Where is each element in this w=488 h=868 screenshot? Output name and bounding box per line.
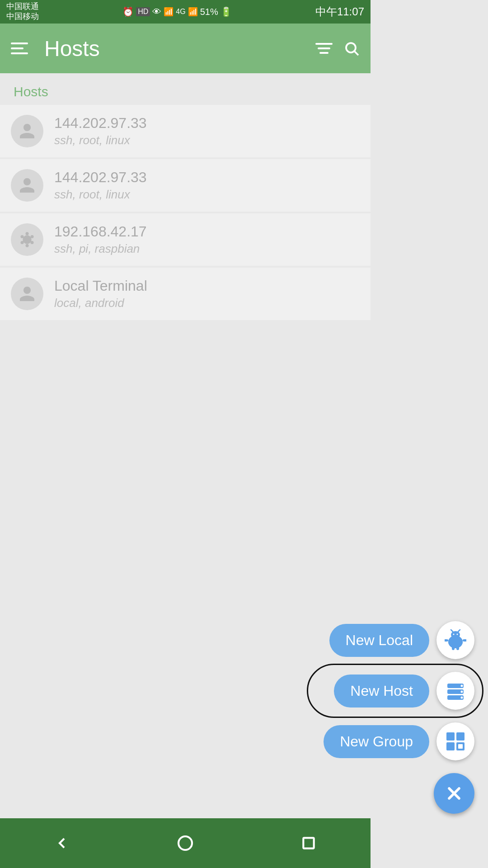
host-name: 144.202.97.33	[54, 115, 147, 132]
list-item[interactable]: Local Terminal local, android	[0, 268, 371, 320]
new-host-button[interactable]: New Host	[334, 675, 371, 708]
list-item[interactable]: 144.202.97.33 ssh, root, linux	[0, 105, 371, 157]
home-button[interactable]	[167, 830, 203, 857]
host-subtitle: local, android	[54, 296, 147, 310]
section-hosts-label: Hosts	[0, 73, 371, 105]
eye-icon: 👁	[152, 7, 161, 17]
page-title: Hosts	[44, 36, 305, 61]
new-local-button[interactable]: New Local	[329, 624, 371, 657]
svg-point-3	[25, 232, 28, 235]
signal2-icon: 📶	[188, 7, 198, 17]
host-subtitle: ssh, root, linux	[54, 133, 147, 147]
alarm-icon: ⏰	[122, 6, 134, 17]
back-button[interactable]	[44, 830, 80, 857]
svg-point-33	[178, 836, 192, 850]
fab-area: New Local	[324, 621, 371, 814]
avatar	[11, 169, 43, 202]
host-name: Local Terminal	[54, 278, 147, 294]
host-subtitle: ssh, root, linux	[54, 188, 147, 202]
svg-point-2	[23, 235, 31, 244]
status-icons: ⏰ HD 👁 📶 4G 📶 51% 🔋	[122, 6, 231, 17]
avatar	[11, 278, 43, 310]
new-host-row: New Host	[334, 672, 371, 710]
host-list: 144.202.97.33 ssh, root, linux 144.202.9…	[0, 105, 371, 320]
svg-line-1	[355, 52, 358, 55]
avatar	[11, 223, 43, 256]
menu-icon[interactable]	[11, 42, 28, 54]
svg-rect-34	[304, 838, 314, 848]
list-item[interactable]: 192.168.42.17 ssh, pi, raspbian	[0, 213, 371, 266]
new-group-row: New Group	[324, 722, 371, 760]
app-bar: Hosts	[0, 24, 371, 73]
svg-point-6	[25, 244, 28, 247]
filter-icon[interactable]	[315, 43, 333, 54]
host-name: 144.202.97.33	[54, 169, 147, 186]
svg-point-4	[30, 235, 33, 238]
svg-point-5	[30, 241, 33, 244]
host-subtitle: ssh, pi, raspbian	[54, 242, 147, 256]
list-item[interactable]: 144.202.97.33 ssh, root, linux	[0, 159, 371, 212]
time: 中午11:07	[315, 5, 364, 19]
host-name: 192.168.42.17	[54, 223, 147, 240]
status-bar: 中国联通 中国移动 ⏰ HD 👁 📶 4G 📶 51% 🔋 中午11:07	[0, 0, 371, 24]
hd-icon: HD	[136, 7, 150, 16]
battery-icon: 🔋	[221, 6, 232, 17]
avatar	[11, 115, 43, 147]
search-icon[interactable]	[343, 40, 360, 57]
carrier-info: 中国联通 中国移动	[6, 2, 39, 21]
signal-icon: 📶	[164, 7, 174, 17]
new-local-row: New Local	[329, 621, 371, 659]
4g-icon: 4G	[176, 8, 185, 16]
new-group-button[interactable]: New Group	[324, 725, 371, 758]
battery-percent: 51%	[200, 7, 218, 17]
recent-button[interactable]	[291, 830, 327, 857]
nav-bar	[0, 818, 371, 868]
svg-point-8	[20, 235, 23, 238]
svg-point-0	[346, 43, 356, 52]
svg-point-7	[20, 241, 23, 244]
